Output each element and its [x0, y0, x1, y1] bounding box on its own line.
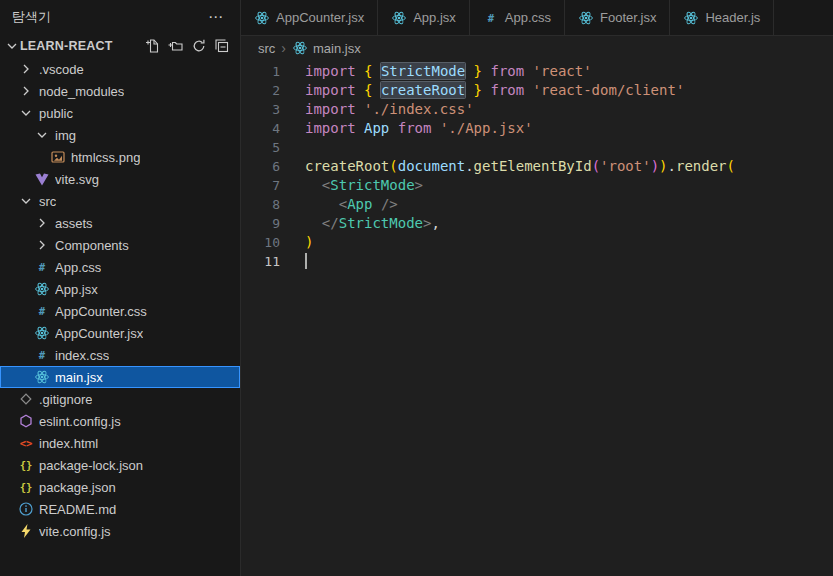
file-item-package-json[interactable]: {}package.json	[0, 476, 240, 498]
file-tree: .vscodenode_modulespublicimghtmlcss.pngv…	[0, 58, 240, 576]
tab-header-js[interactable]: Header.js	[670, 0, 774, 35]
tab-label: AppCounter.jsx	[276, 10, 364, 25]
item-label: Components	[55, 238, 129, 253]
collapse-all-button[interactable]	[212, 36, 232, 56]
json-file-icon: {}	[18, 457, 34, 473]
chevron-right-icon	[34, 237, 50, 253]
code-line[interactable]: 2import { createRoot } from 'react-dom/c…	[241, 81, 833, 100]
file-item-eslint-config-js[interactable]: eslint.config.js	[0, 410, 240, 432]
file-item-readme-md[interactable]: README.md	[0, 498, 240, 520]
css-file-icon: #	[483, 10, 499, 26]
code-text: <StrictMode>	[305, 176, 423, 195]
react-file-icon	[34, 369, 50, 385]
line-number: 11	[241, 252, 305, 271]
react-file-icon	[683, 10, 699, 26]
breadcrumb-label: src	[258, 41, 275, 56]
text-cursor	[305, 253, 307, 269]
project-section-header[interactable]: LEARN-REACT	[0, 34, 240, 58]
tab-appcounter-jsx[interactable]: AppCounter.jsx	[241, 0, 378, 35]
line-number: 1	[241, 62, 305, 81]
explorer-sidebar: 탐색기 ⋯ LEARN-REACT .vscodenode_modulespub…	[0, 0, 241, 576]
line-number: 5	[241, 138, 305, 157]
tab-label: Footer.jsx	[600, 10, 656, 25]
code-text: import './index.css'	[305, 100, 474, 119]
code-line[interactable]: 5	[241, 138, 833, 157]
line-number: 9	[241, 214, 305, 233]
tab-footer-jsx[interactable]: Footer.jsx	[565, 0, 670, 35]
item-label: AppCounter.jsx	[55, 326, 143, 341]
code-line[interactable]: 6createRoot(document.getElementById('roo…	[241, 157, 833, 176]
code-line[interactable]: 11	[241, 252, 833, 271]
item-label: src	[39, 194, 56, 209]
folder-item-components[interactable]: Components	[0, 234, 240, 256]
folder-item-img[interactable]: img	[0, 124, 240, 146]
breadcrumb-item-src[interactable]: src	[258, 41, 275, 56]
code-text: createRoot(document.getElementById('root…	[305, 157, 735, 176]
file-item-appcounter-jsx[interactable]: AppCounter.jsx	[0, 322, 240, 344]
file-item-vite-config-js[interactable]: vite.config.js	[0, 520, 240, 542]
item-label: vite.config.js	[39, 524, 111, 539]
code-line[interactable]: 1import { StrictMode } from 'react'	[241, 62, 833, 81]
item-label: AppCounter.css	[55, 304, 147, 319]
file-item-app-jsx[interactable]: App.jsx	[0, 278, 240, 300]
code-line[interactable]: 8 <App />	[241, 195, 833, 214]
file-item-vite-svg[interactable]: vite.svg	[0, 168, 240, 190]
eslint-file-icon	[18, 413, 34, 429]
bolt-file-icon	[18, 523, 34, 539]
item-label: vite.svg	[55, 172, 99, 187]
tab-app-jsx[interactable]: App.jsx	[378, 0, 470, 35]
react-file-icon	[391, 10, 407, 26]
code-line[interactable]: 7 <StrictMode>	[241, 176, 833, 195]
file-item-gitignore[interactable]: .gitignore	[0, 388, 240, 410]
more-actions-icon[interactable]: ⋯	[202, 6, 230, 28]
refresh-button[interactable]	[189, 36, 209, 56]
section-actions	[143, 36, 232, 56]
file-item-main-jsx[interactable]: main.jsx	[0, 366, 240, 388]
css-file-icon: #	[34, 347, 50, 363]
item-label: package-lock.json	[39, 458, 143, 473]
new-folder-button[interactable]	[166, 36, 186, 56]
item-label: node_modules	[39, 84, 124, 99]
editor-pane: AppCounter.jsxApp.jsx#App.cssFooter.jsxH…	[241, 0, 833, 576]
html-file-icon: <>	[18, 435, 34, 451]
line-number: 2	[241, 81, 305, 100]
breadcrumb-item-main-jsx[interactable]: main.jsx	[292, 40, 361, 56]
image-file-icon	[50, 149, 66, 165]
code-line[interactable]: 3import './index.css'	[241, 100, 833, 119]
chevron-right-icon	[34, 215, 50, 231]
item-label: .vscode	[39, 62, 84, 77]
sidebar-header: 탐색기 ⋯	[0, 0, 240, 34]
item-label: img	[55, 128, 76, 143]
file-item-package-lock-json[interactable]: {}package-lock.json	[0, 454, 240, 476]
react-file-icon	[578, 10, 594, 26]
item-label: main.jsx	[55, 370, 103, 385]
folder-item-vscode[interactable]: .vscode	[0, 58, 240, 80]
line-number: 4	[241, 119, 305, 138]
file-item-htmlcss-png[interactable]: htmlcss.png	[0, 146, 240, 168]
file-item-app-css[interactable]: #App.css	[0, 256, 240, 278]
folder-item-public[interactable]: public	[0, 102, 240, 124]
file-item-index-css[interactable]: #index.css	[0, 344, 240, 366]
file-item-index-html[interactable]: <>index.html	[0, 432, 240, 454]
react-file-icon	[34, 325, 50, 341]
vscode-window: 탐색기 ⋯ LEARN-REACT .vscodenode_modulespub…	[0, 0, 833, 576]
code-text: <App />	[305, 195, 398, 214]
code-line[interactable]: 9 </StrictMode>,	[241, 214, 833, 233]
folder-item-assets[interactable]: assets	[0, 212, 240, 234]
chevron-down-icon	[4, 38, 20, 54]
breadcrumb: src›main.jsx	[241, 36, 833, 60]
folder-item-src[interactable]: src	[0, 190, 240, 212]
code-line[interactable]: 4import App from './App.jsx'	[241, 119, 833, 138]
file-item-appcounter-css[interactable]: #AppCounter.css	[0, 300, 240, 322]
item-label: eslint.config.js	[39, 414, 121, 429]
tab-app-css[interactable]: #App.css	[470, 0, 565, 35]
code-editor[interactable]: 1import { StrictMode } from 'react'2impo…	[241, 60, 833, 576]
line-number: 10	[241, 233, 305, 252]
chevron-down-icon	[34, 127, 50, 143]
new-file-button[interactable]	[143, 36, 163, 56]
code-text: )	[305, 233, 313, 252]
chevron-right-icon	[18, 61, 34, 77]
code-text: import App from './App.jsx'	[305, 119, 533, 138]
folder-item-node-modules[interactable]: node_modules	[0, 80, 240, 102]
code-line[interactable]: 10)	[241, 233, 833, 252]
